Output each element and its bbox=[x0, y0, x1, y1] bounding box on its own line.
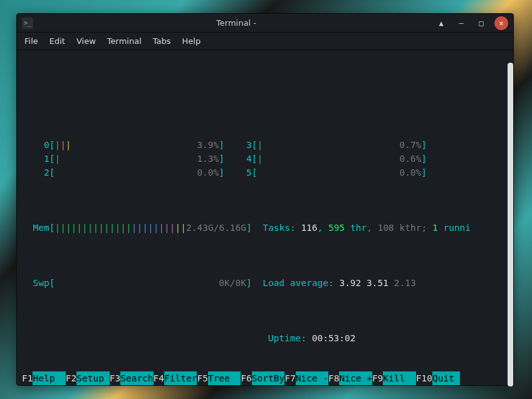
fkey-F10-label[interactable]: Quit bbox=[432, 371, 460, 385]
fkey-F4: F4 bbox=[154, 371, 164, 385]
minimize-button[interactable]: — bbox=[454, 16, 468, 30]
menu-help[interactable]: Help bbox=[182, 36, 201, 46]
uptime-line: Uptime: 00:53:02 bbox=[22, 331, 508, 345]
scrollbar[interactable] bbox=[508, 63, 513, 386]
terminal-content[interactable]: 0[||| 3.9%] 3[| 0.7%] 1[| 1.3%] 4[| 0.6%… bbox=[17, 50, 513, 385]
fkey-F10: F10 bbox=[416, 371, 432, 385]
maximize-button[interactable]: □ bbox=[474, 16, 488, 30]
mem-meter: Mem[||||||||||||||||||||||||2.43G/6.16G]… bbox=[22, 221, 508, 235]
menu-edit[interactable]: Edit bbox=[50, 36, 65, 46]
menubar: File Edit View Terminal Tabs Help bbox=[17, 33, 513, 50]
fkey-F1: F1 bbox=[22, 371, 33, 385]
blank-line bbox=[22, 83, 508, 97]
fkey-F7: F7 bbox=[284, 371, 295, 385]
fkey-F2: F2 bbox=[66, 371, 76, 385]
keep-above-button[interactable]: ▲ bbox=[434, 16, 448, 30]
fkey-F5-label[interactable]: Tree bbox=[208, 371, 241, 385]
menu-file[interactable]: File bbox=[24, 36, 38, 46]
titlebar: >_ Terminal - ▲ — □ ✕ bbox=[17, 14, 513, 33]
close-button[interactable]: ✕ bbox=[494, 16, 508, 30]
fkey-F1-label[interactable]: Help bbox=[33, 371, 65, 385]
fkey-F6-label[interactable]: SortBy bbox=[252, 371, 284, 385]
cpu-meter-2: 2[ 0.0%] 5[ 0.0%] bbox=[22, 166, 508, 179]
menu-terminal[interactable]: Terminal bbox=[107, 36, 142, 46]
terminal-icon: >_ bbox=[22, 18, 33, 29]
fkey-F8-label[interactable]: Nice + bbox=[339, 371, 372, 385]
fkey-F8: F8 bbox=[328, 371, 339, 385]
fkey-F5: F5 bbox=[197, 371, 207, 385]
fkey-F4-label[interactable]: Filter bbox=[164, 371, 197, 385]
cpu-meter-0: 0[||| 3.9%] 3[| 0.7%] bbox=[22, 138, 508, 152]
window-title: Terminal - bbox=[38, 18, 434, 28]
fkey-F9: F9 bbox=[372, 371, 383, 385]
fkey-F6: F6 bbox=[241, 371, 251, 385]
menu-view[interactable]: View bbox=[76, 36, 96, 46]
function-key-bar: F1Help F2Setup F3SearchF4FilterF5Tree F6… bbox=[22, 371, 508, 385]
fkey-F3: F3 bbox=[110, 371, 120, 385]
fkey-F2-label[interactable]: Setup bbox=[76, 371, 109, 385]
window-controls: ▲ — □ ✕ bbox=[434, 16, 508, 30]
fkey-F3-label[interactable]: Search bbox=[120, 371, 153, 385]
swap-meter: Swp[ 0K/0K] Load average: 3.92 3.51 2.13 bbox=[22, 276, 508, 290]
menu-tabs[interactable]: Tabs bbox=[153, 36, 171, 46]
cpu-meter-1: 1[| 1.3%] 4[| 0.6%] bbox=[22, 152, 508, 166]
fkey-F9-label[interactable]: Kill bbox=[383, 371, 415, 385]
terminal-window: >_ Terminal - ▲ — □ ✕ File Edit View Ter… bbox=[16, 13, 514, 386]
fkey-F7-label[interactable]: Nice - bbox=[296, 371, 328, 385]
